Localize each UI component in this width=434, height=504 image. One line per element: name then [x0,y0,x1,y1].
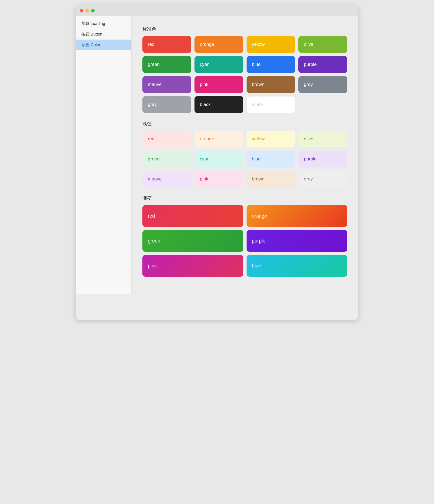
color-btn-black[interactable]: black [194,96,243,113]
light-color-grid: red orange yellow olive green cyan blue … [142,131,347,188]
color-btn-grey[interactable]: grey [298,76,347,93]
light-section-title: 浅色 [142,121,347,127]
color-btn-light-olive[interactable]: olive [298,131,347,147]
sidebar-item-color[interactable]: 颜色 Color [76,40,131,50]
color-btn-grad-blue[interactable]: blue [247,255,347,277]
content-area: 加载 Loading 按钮 Button 颜色 Color 标准色 red or… [76,16,358,294]
close-button[interactable] [80,9,83,12]
color-btn-grad-red[interactable]: red [142,205,243,227]
sidebar-item-loading[interactable]: 加载 Loading [76,18,131,29]
app-window: 加载 Loading 按钮 Button 颜色 Color 标准色 red or… [76,5,358,320]
color-btn-yellow[interactable]: yellow [247,36,295,53]
main-content: 标准色 red orange yellow olive green cyan b… [132,16,358,294]
color-btn-gray[interactable]: gray [142,96,191,113]
color-btn-light-pink[interactable]: pink [194,171,243,188]
color-btn-light-blue[interactable]: blue [247,151,295,167]
color-btn-light-grey[interactable]: grey [298,171,347,188]
color-btn-pink[interactable]: pink [194,76,243,93]
color-btn-orange[interactable]: orange [194,36,243,53]
color-btn-grad-orange[interactable]: orange [247,205,347,227]
color-btn-red[interactable]: red [142,36,191,53]
color-btn-blue[interactable]: blue [247,56,295,73]
color-btn-cyan[interactable]: cyan [194,56,243,73]
color-btn-mauve[interactable]: mauve [142,76,191,93]
gradient-section-title: 渐变 [142,195,347,201]
titlebar [76,5,358,16]
color-btn-brown[interactable]: brown [247,76,295,93]
color-btn-light-mauve[interactable]: mauve [142,171,191,188]
sidebar-item-button[interactable]: 按钮 Button [76,29,131,40]
color-btn-purple[interactable]: purple [298,56,347,73]
sidebar: 加载 Loading 按钮 Button 颜色 Color [76,16,132,294]
color-btn-light-red[interactable]: red [142,131,191,147]
color-btn-olive[interactable]: olive [298,36,347,53]
standard-section-title: 标准色 [142,26,347,32]
color-btn-grad-purple[interactable]: purple [247,230,347,252]
minimize-button[interactable] [85,9,89,12]
color-btn-grad-green[interactable]: green [142,230,243,252]
color-btn-light-purple[interactable]: purple [298,151,347,167]
color-btn-light-yellow[interactable]: yellow [247,131,295,147]
color-btn-light-cyan[interactable]: cyan [194,151,243,167]
color-btn-light-orange[interactable]: orange [194,131,243,147]
color-btn-grad-pink[interactable]: pink [142,255,243,277]
standard-color-grid: red orange yellow olive green cyan blue … [142,36,347,113]
color-btn-light-brown[interactable]: brown [247,171,295,188]
gradient-color-grid: red orange green purple pink blue [142,205,347,277]
color-btn-light-green[interactable]: green [142,151,191,167]
color-btn-green[interactable]: green [142,56,191,73]
maximize-button[interactable] [91,9,95,12]
color-btn-white[interactable]: white [247,96,295,113]
